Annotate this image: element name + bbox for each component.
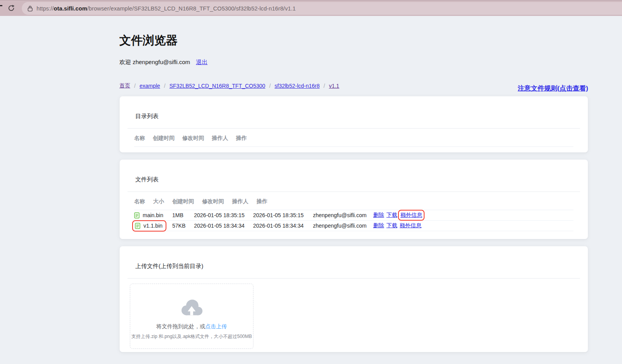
file-created-time: 2026-01-05 18:35:15 xyxy=(194,212,253,218)
directory-card-title: 目录列表 xyxy=(135,113,580,120)
col-name: 名称 xyxy=(134,135,145,142)
file-operator: zhenpengfu@sifli.com xyxy=(313,212,373,218)
breadcrumb-board[interactable]: SF32LB52_LCD_N16R8_TFT_CO5300 xyxy=(169,83,266,89)
url-path: /browser/example/SF32LB52_LCD_N16R8_TFT_… xyxy=(87,5,296,12)
col-actions: 操作 xyxy=(236,135,247,142)
red-highlight-box: 额外信息 xyxy=(398,210,425,221)
extra-info-link[interactable]: 额外信息 xyxy=(400,212,422,218)
reload-icon[interactable] xyxy=(7,4,15,12)
url-text: https://ota.sifli.com/browser/example/SF… xyxy=(37,5,296,12)
logout-link[interactable]: 退出 xyxy=(196,59,208,65)
col-modified: 修改时间 xyxy=(202,198,224,205)
file-name-cell: v1.1.bin xyxy=(134,220,172,232)
drag-here-text: 将文件拖到此处，或 xyxy=(156,323,205,329)
file-icon xyxy=(134,212,140,219)
url-scheme: https:// xyxy=(37,5,54,12)
file-table-header: 名称 大小 创建时间 修改时间 操作人 操作 xyxy=(134,198,573,210)
col-name: 名称 xyxy=(134,198,145,205)
file-card-title: 文件列表 xyxy=(135,176,580,183)
file-modified-time: 2026-01-05 18:34:34 xyxy=(253,223,313,229)
file-list-card: 文件列表 名称 大小 创建时间 修改时间 操作人 操作 mai xyxy=(119,159,588,239)
delete-link[interactable]: 删除 xyxy=(373,212,384,219)
file-modified-time: 2026-01-05 18:35:15 xyxy=(253,212,313,218)
col-operator: 操作人 xyxy=(232,198,248,205)
col-created: 创建时间 xyxy=(153,135,175,142)
page-content: 文件浏览器 欢迎 zhenpengfu@sifli.com退出 注意文件规则(点… xyxy=(119,34,588,352)
file-name-cell: main.bin xyxy=(134,212,172,219)
breadcrumb-separator: / xyxy=(164,83,166,89)
file-rules-link[interactable]: 注意文件规则(点击查看) xyxy=(518,84,588,93)
red-highlight-box: v1.1.bin xyxy=(132,220,166,232)
upload-card-title: 上传文件(上传到当前目录) xyxy=(135,263,580,270)
col-created: 创建时间 xyxy=(172,198,194,205)
file-size: 1MB xyxy=(172,212,194,218)
upload-tip: 支持上传.zip 和.png以及.apk格式文件，大小不超过500MB xyxy=(130,333,253,340)
file-created-time: 2026-01-05 18:34:34 xyxy=(194,223,253,229)
back-arrow-fragment xyxy=(0,5,2,6)
browser-toolbar: https://ota.sifli.com/browser/example/SF… xyxy=(0,0,622,16)
col-operator: 操作人 xyxy=(212,135,228,142)
click-to-upload-link[interactable]: 点击上传 xyxy=(205,323,227,329)
table-row: main.bin 1MB 2026-01-05 18:35:15 2026-01… xyxy=(134,210,573,221)
file-operator: zhenpengfu@sifli.com xyxy=(313,223,373,229)
divider xyxy=(128,128,580,129)
col-size: 大小 xyxy=(153,198,164,205)
divider xyxy=(128,278,580,279)
file-name: v1.1.bin xyxy=(143,223,162,229)
address-bar[interactable]: https://ota.sifli.com/browser/example/SF… xyxy=(22,2,622,15)
breadcrumb-project[interactable]: sf32lb52-lcd-n16r8 xyxy=(274,83,320,89)
file-name: main.bin xyxy=(143,212,163,218)
divider xyxy=(128,192,580,192)
extra-info-link[interactable]: 额外信息 xyxy=(400,222,421,229)
upload-card: 上传文件(上传到当前目录) 将文件拖到此处 xyxy=(119,246,588,352)
user-email: zhenpengfu@sifli.com xyxy=(133,59,190,65)
upload-cloud-icon xyxy=(130,297,253,317)
page-title: 文件浏览器 xyxy=(119,34,588,47)
lock-icon[interactable] xyxy=(28,5,33,12)
col-actions: 操作 xyxy=(257,198,267,205)
download-link[interactable]: 下载 xyxy=(386,212,397,219)
upload-instruction: 将文件拖到此处，或点击上传 xyxy=(130,323,253,330)
table-row: v1.1.bin 57KB 2026-01-05 18:34:34 2026-0… xyxy=(134,221,573,231)
breadcrumb-example[interactable]: example xyxy=(140,83,160,89)
breadcrumb-separator: / xyxy=(134,83,136,89)
col-modified: 修改时间 xyxy=(182,135,204,142)
breadcrumb-version[interactable]: v1.1 xyxy=(329,83,339,89)
welcome-text: 欢迎 xyxy=(119,59,133,65)
delete-link[interactable]: 删除 xyxy=(373,222,384,229)
file-actions: 删除 下载 额外信息 xyxy=(373,222,421,229)
directory-list-card: 目录列表 名称 创建时间 修改时间 操作人 操作 xyxy=(119,96,588,153)
welcome-line: 欢迎 zhenpengfu@sifli.com退出 xyxy=(119,59,588,66)
breadcrumb-separator: / xyxy=(323,83,325,89)
breadcrumb-separator: / xyxy=(269,83,271,89)
download-link[interactable]: 下载 xyxy=(386,222,397,229)
breadcrumb-home[interactable]: 首页 xyxy=(119,82,130,89)
url-domain: ota.sifli.com xyxy=(54,5,87,12)
file-actions: 删除 下载 额外信息 xyxy=(373,211,423,219)
file-icon xyxy=(135,223,140,229)
upload-dropzone[interactable]: 将文件拖到此处，或点击上传 支持上传.zip 和.png以及.apk格式文件，大… xyxy=(130,284,253,349)
file-size: 57KB xyxy=(172,223,194,229)
directory-table-header: 名称 创建时间 修改时间 操作人 操作 xyxy=(134,135,573,147)
